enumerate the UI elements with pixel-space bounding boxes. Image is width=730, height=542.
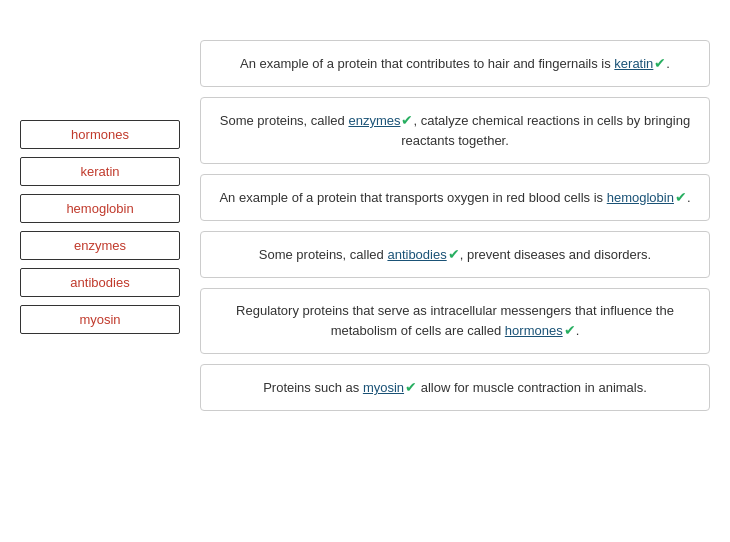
- answer-link-antibodies[interactable]: antibodies: [387, 247, 446, 262]
- answer-link-hormones[interactable]: hormones: [505, 323, 563, 338]
- check-icon-s6: ✔: [405, 379, 417, 395]
- statement-box-s2: Some proteins, called enzymes✔, catalyze…: [200, 97, 710, 164]
- check-icon-s2: ✔: [401, 112, 413, 128]
- check-icon-s4: ✔: [448, 246, 460, 262]
- statements-container: An example of a protein that contributes…: [200, 40, 710, 411]
- word-btn-enzymes[interactable]: enzymes: [20, 231, 180, 260]
- check-icon-s3: ✔: [675, 189, 687, 205]
- answer-link-myosin[interactable]: myosin: [363, 380, 404, 395]
- statement-box-s3: An example of a protein that transports …: [200, 174, 710, 221]
- statement-box-s6: Proteins such as myosin✔ allow for muscl…: [200, 364, 710, 411]
- word-btn-hemoglobin[interactable]: hemoglobin: [20, 194, 180, 223]
- statement-box-s5: Regulatory proteins that serve as intrac…: [200, 288, 710, 355]
- answer-link-keratin[interactable]: keratin: [614, 56, 653, 71]
- check-icon-s5: ✔: [564, 322, 576, 338]
- check-icon-s1: ✔: [654, 55, 666, 71]
- answer-link-hemoglobin[interactable]: hemoglobin: [607, 190, 674, 205]
- answer-link-enzymes[interactable]: enzymes: [348, 113, 400, 128]
- word-btn-antibodies[interactable]: antibodies: [20, 268, 180, 297]
- word-btn-myosin[interactable]: myosin: [20, 305, 180, 334]
- word-btn-keratin[interactable]: keratin: [20, 157, 180, 186]
- statement-box-s4: Some proteins, called antibodies✔, preve…: [200, 231, 710, 278]
- statement-box-s1: An example of a protein that contributes…: [200, 40, 710, 87]
- main-layout: hormoneskeratinhemoglobinenzymesantibodi…: [20, 40, 710, 411]
- word-bank: hormoneskeratinhemoglobinenzymesantibodi…: [20, 120, 180, 334]
- word-btn-hormones[interactable]: hormones: [20, 120, 180, 149]
